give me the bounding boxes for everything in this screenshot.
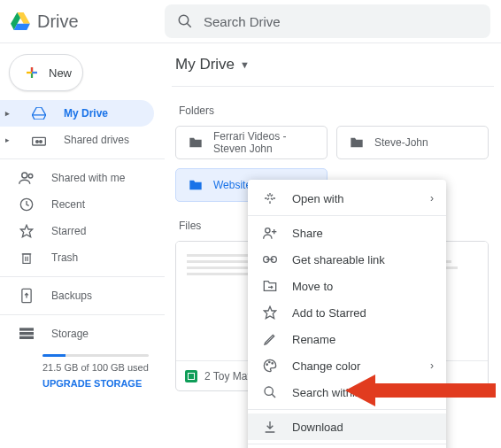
chevron-right-icon: › — [430, 359, 434, 372]
svg-point-9 — [40, 141, 42, 143]
link-icon — [262, 255, 278, 264]
svg-point-31 — [265, 387, 273, 395]
folders-label: Folders — [179, 104, 494, 117]
trash-icon — [18, 251, 35, 265]
menu-label: Open with — [292, 192, 344, 205]
sheets-icon — [185, 370, 197, 382]
upgrade-link[interactable]: UPGRADE STORAGE — [42, 378, 165, 389]
annotation-arrow — [345, 371, 496, 410]
header: Drive Search Drive — [0, 0, 501, 42]
sidebar-item-label: Recent — [51, 198, 85, 211]
expand-icon[interactable]: ▸ — [5, 109, 14, 118]
folder-icon — [189, 136, 203, 149]
pencil-icon — [262, 332, 278, 346]
svg-point-30 — [272, 363, 273, 364]
palette-icon — [262, 359, 278, 373]
sidebar-item-label: Starred — [51, 225, 86, 237]
people-icon — [18, 172, 35, 184]
storage-icon — [18, 328, 35, 340]
folder-item[interactable]: Ferrari Videos - Steven John — [175, 126, 328, 159]
sidebar-item-label: Shared drives — [64, 134, 129, 146]
file-name: 2 Toy Mat — [204, 370, 250, 382]
menu-download[interactable]: Download — [248, 413, 446, 440]
expand-icon[interactable]: ▸ — [5, 135, 14, 144]
menu-label: Get shareable link — [292, 253, 385, 266]
menu-rename[interactable]: Rename — [248, 326, 446, 352]
menu-open-with[interactable]: Open with › — [248, 185, 446, 212]
shared-drives-icon — [30, 134, 48, 146]
search-icon — [177, 13, 193, 29]
search-input[interactable]: Search Drive — [165, 4, 490, 38]
star-icon — [18, 224, 35, 238]
divider — [248, 444, 446, 444]
menu-label: Download — [292, 421, 343, 434]
plus-icon — [24, 65, 40, 81]
logo-area[interactable]: Drive — [11, 12, 165, 32]
search-icon — [262, 385, 278, 399]
svg-point-29 — [269, 361, 270, 362]
menu-label: Add to Starred — [292, 306, 366, 320]
menu-label: Rename — [292, 333, 335, 346]
menu-label: Share — [292, 227, 323, 240]
folder-name: Steve-John — [374, 136, 428, 149]
sidebar-item-shared-drives[interactable]: ▸ Shared drives — [0, 127, 154, 153]
storage-text: 21.5 GB of 100 GB used — [42, 362, 165, 373]
breadcrumb-label: My Drive — [175, 56, 235, 73]
sidebar-item-label: Storage — [51, 328, 89, 340]
menu-move-to[interactable]: Move to — [248, 273, 446, 299]
sidebar-item-recent[interactable]: Recent — [0, 191, 154, 218]
chevron-down-icon: ▼ — [240, 59, 250, 70]
sidebar-item-label: Trash — [51, 251, 78, 264]
sidebar-item-label: My Drive — [64, 107, 108, 120]
svg-marker-36 — [345, 375, 496, 406]
menu-label: Move to — [292, 280, 333, 293]
menu-share[interactable]: Share — [248, 220, 446, 246]
svg-point-10 — [22, 173, 27, 178]
clock-icon — [18, 197, 35, 212]
svg-point-11 — [28, 174, 33, 179]
sidebar-item-label: Backups — [51, 290, 92, 302]
chevron-right-icon: › — [430, 192, 434, 205]
folder-item[interactable]: Steve-John — [336, 126, 489, 159]
share-icon — [262, 227, 278, 239]
divider — [0, 314, 165, 315]
folder-icon — [350, 136, 364, 149]
divider — [0, 158, 165, 159]
sidebar-item-my-drive[interactable]: ▸ My Drive — [0, 100, 154, 127]
storage-bar — [42, 354, 149, 357]
svg-marker-13 — [20, 225, 32, 236]
drive-logo-icon — [11, 12, 30, 30]
folder-icon — [189, 179, 203, 191]
svg-line-4 — [187, 23, 191, 27]
svg-line-32 — [272, 394, 275, 398]
star-icon — [262, 305, 278, 320]
svg-marker-27 — [264, 306, 275, 318]
sidebar-item-shared-with-me[interactable]: Shared with me — [0, 165, 154, 191]
download-icon — [262, 420, 278, 434]
new-label: New — [49, 66, 72, 80]
sidebar-item-backups[interactable]: Backups — [0, 282, 154, 309]
svg-rect-18 — [19, 328, 34, 330]
open-with-icon — [262, 191, 278, 205]
menu-get-link[interactable]: Get shareable link — [248, 246, 446, 273]
sidebar: New ▸ My Drive ▸ Shared drives Shared wi… — [0, 43, 165, 448]
sidebar-item-trash[interactable]: Trash — [0, 244, 154, 271]
sidebar-item-starred[interactable]: Starred — [0, 218, 154, 244]
new-button[interactable]: New — [9, 54, 83, 91]
move-icon — [262, 280, 278, 292]
svg-point-21 — [266, 228, 270, 233]
svg-point-8 — [36, 141, 39, 143]
breadcrumb[interactable]: My Drive ▼ — [172, 54, 494, 87]
divider — [0, 276, 165, 277]
sidebar-item-label: Shared with me — [51, 172, 125, 184]
svg-rect-14 — [23, 254, 30, 264]
sidebar-item-storage[interactable]: Storage — [0, 321, 154, 347]
brand-text: Drive — [37, 12, 79, 32]
folder-name: Ferrari Videos - Steven John — [213, 130, 314, 155]
menu-add-starred[interactable]: Add to Starred — [248, 299, 446, 326]
svg-rect-7 — [33, 137, 46, 145]
search-placeholder: Search Drive — [204, 14, 281, 29]
svg-point-3 — [179, 15, 189, 25]
svg-marker-5 — [32, 107, 45, 120]
my-drive-icon — [30, 107, 48, 120]
